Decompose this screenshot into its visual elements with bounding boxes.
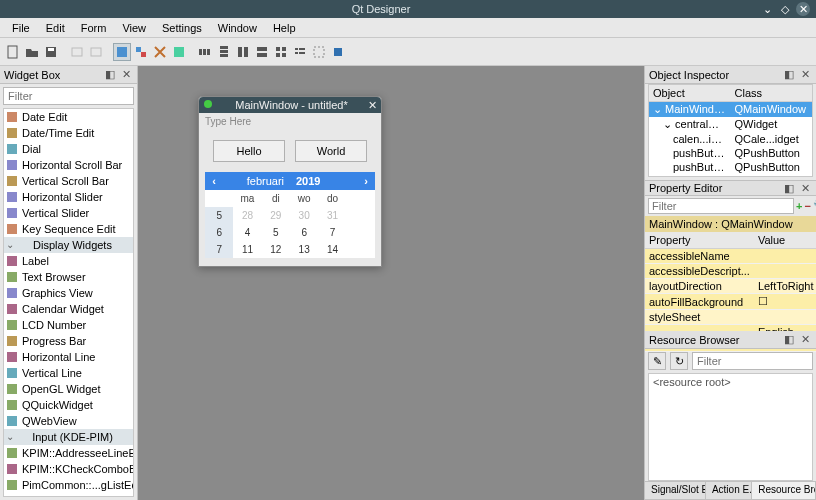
property-row[interactable]: styleSheet (645, 310, 816, 325)
widget-item[interactable]: PimCommon::...atorWidget (4, 493, 133, 497)
calendar-day[interactable]: 30 (290, 207, 318, 224)
tool-layout-grid-icon[interactable] (272, 43, 290, 61)
widget-item[interactable]: KPIM::AddresseeLineEdit (4, 445, 133, 461)
property-row[interactable]: layoutDirectionLeftToRight (645, 279, 816, 294)
tool-adjust-size-icon[interactable] (329, 43, 347, 61)
panel-float-icon[interactable]: ◧ (782, 333, 796, 347)
calendar-day[interactable]: 14 (318, 241, 346, 258)
tool-edit-tab-order-icon[interactable] (170, 43, 188, 61)
pe-col-property[interactable]: Property (645, 232, 754, 249)
menu-view[interactable]: View (114, 20, 154, 36)
calendar-prev-icon[interactable]: ‹ (205, 175, 223, 187)
calendar-day[interactable]: 28 (233, 207, 261, 224)
add-property-icon[interactable]: + (796, 198, 802, 214)
calendar-day[interactable]: 11 (233, 241, 261, 258)
widget-item[interactable]: Progress Bar (4, 333, 133, 349)
tool-layout-v-icon[interactable] (215, 43, 233, 61)
oi-col-class[interactable]: Class (731, 85, 813, 101)
widget-item[interactable]: OpenGL Widget (4, 381, 133, 397)
oi-row[interactable]: pushButton_2QPushButton (649, 160, 812, 174)
menu-window[interactable]: Window (210, 20, 265, 36)
widget-category[interactable]: Input (KDE-PIM) (4, 429, 133, 445)
tool-save-icon[interactable] (42, 43, 60, 61)
calendar-day[interactable]: 12 (262, 241, 290, 258)
menu-edit[interactable]: Edit (38, 20, 73, 36)
widget-item[interactable]: Calendar Widget (4, 301, 133, 317)
tool-layout-form-icon[interactable] (291, 43, 309, 61)
tool-edit-signals-icon[interactable] (132, 43, 150, 61)
pe-col-value[interactable]: Value (754, 232, 816, 249)
calendar-day[interactable]: 7 (318, 224, 346, 241)
tab-action-editor[interactable]: Action E... (706, 482, 752, 499)
widget-item[interactable]: Horizontal Scroll Bar (4, 157, 133, 173)
panel-close-icon[interactable]: ✕ (798, 181, 812, 195)
object-inspector-tree[interactable]: Object Class ⌄ MainWindowQMainWindow⌄ ce… (648, 84, 813, 177)
calendar-day[interactable]: 13 (290, 241, 318, 258)
hello-button[interactable]: Hello (213, 140, 285, 162)
edit-resources-icon[interactable]: ✎ (648, 352, 666, 370)
tool-new-icon[interactable] (4, 43, 22, 61)
resource-tree[interactable]: <resource root> (648, 373, 813, 481)
widget-box-filter[interactable] (3, 87, 134, 105)
menu-settings[interactable]: Settings (154, 20, 210, 36)
tool-edit-buddies-icon[interactable] (151, 43, 169, 61)
panel-float-icon[interactable]: ◧ (782, 181, 796, 195)
calendar-next-icon[interactable]: › (357, 175, 375, 187)
remove-property-icon[interactable]: − (804, 198, 810, 214)
panel-close-icon[interactable]: ✕ (798, 333, 812, 347)
property-editor-filter[interactable] (648, 198, 794, 214)
widget-item[interactable]: Horizontal Line (4, 349, 133, 365)
property-row[interactable]: accessibleName (645, 249, 816, 264)
calendar-widget[interactable]: ‹ februari 2019 › madiwodo52829303164567… (205, 172, 375, 258)
oi-row[interactable]: pushButtonQPushButton (649, 146, 812, 160)
widget-item[interactable]: Graphics View (4, 285, 133, 301)
widget-item[interactable]: Text Browser (4, 269, 133, 285)
oi-row[interactable]: ⌄ MainWindowQMainWindow (649, 102, 812, 117)
widget-item[interactable]: Dial (4, 141, 133, 157)
property-row[interactable]: accessibleDescript... (645, 264, 816, 279)
calendar-day[interactable]: 5 (262, 224, 290, 241)
panel-close-icon[interactable]: ✕ (119, 68, 133, 82)
widget-item[interactable]: QQuickWidget (4, 397, 133, 413)
widget-item[interactable]: Label (4, 253, 133, 269)
widget-item[interactable]: Date/Time Edit (4, 125, 133, 141)
design-window[interactable]: MainWindow - untitled* ✕ Type Here Hello… (198, 96, 382, 267)
property-row[interactable]: autoFillBackground☐ (645, 294, 816, 310)
tool-break-layout-icon[interactable] (310, 43, 328, 61)
widget-item[interactable]: Vertical Scroll Bar (4, 173, 133, 189)
tab-signal-slot[interactable]: Signal/Slot E... (645, 482, 706, 499)
reload-icon[interactable]: ↻ (670, 352, 688, 370)
widget-item[interactable]: QWebView (4, 413, 133, 429)
tool-undo-icon[interactable] (68, 43, 86, 61)
maximize-icon[interactable]: ◇ (778, 2, 792, 16)
calendar-year[interactable]: 2019 (290, 175, 357, 187)
widget-box-list[interactable]: Date EditDate/Time EditDialHorizontal Sc… (3, 108, 134, 497)
tool-layout-hsplit-icon[interactable] (234, 43, 252, 61)
menu-file[interactable]: File (4, 20, 38, 36)
calendar-day[interactable]: 29 (262, 207, 290, 224)
calendar-month[interactable]: februari (223, 175, 290, 187)
tool-open-icon[interactable] (23, 43, 41, 61)
oi-col-object[interactable]: Object (649, 85, 731, 101)
tool-edit-widgets-icon[interactable] (113, 43, 131, 61)
widget-category[interactable]: Display Widgets (4, 237, 133, 253)
widget-item[interactable]: Horizontal Slider (4, 189, 133, 205)
calendar-day[interactable]: 4 (233, 224, 261, 241)
widget-item[interactable]: Key Sequence Edit (4, 221, 133, 237)
tab-resource-browser[interactable]: Resource Bro... (752, 482, 816, 499)
panel-float-icon[interactable]: ◧ (103, 68, 117, 82)
close-icon[interactable]: ✕ (796, 2, 810, 16)
menu-form[interactable]: Form (73, 20, 115, 36)
panel-close-icon[interactable]: ✕ (798, 68, 812, 82)
widget-item[interactable]: PimCommon::...gListEditor (4, 477, 133, 493)
design-canvas[interactable]: MainWindow - untitled* ✕ Type Here Hello… (138, 66, 644, 500)
minimize-icon[interactable]: ⌄ (760, 2, 774, 16)
calendar-day[interactable]: 6 (290, 224, 318, 241)
resource-browser-filter[interactable] (692, 352, 813, 370)
tool-redo-icon[interactable] (87, 43, 105, 61)
panel-float-icon[interactable]: ◧ (782, 68, 796, 82)
widget-item[interactable]: Date Edit (4, 109, 133, 125)
oi-row[interactable]: calen...idgetQCale...idget (649, 132, 812, 146)
design-close-icon[interactable]: ✕ (368, 99, 377, 112)
tool-layout-h-icon[interactable] (196, 43, 214, 61)
